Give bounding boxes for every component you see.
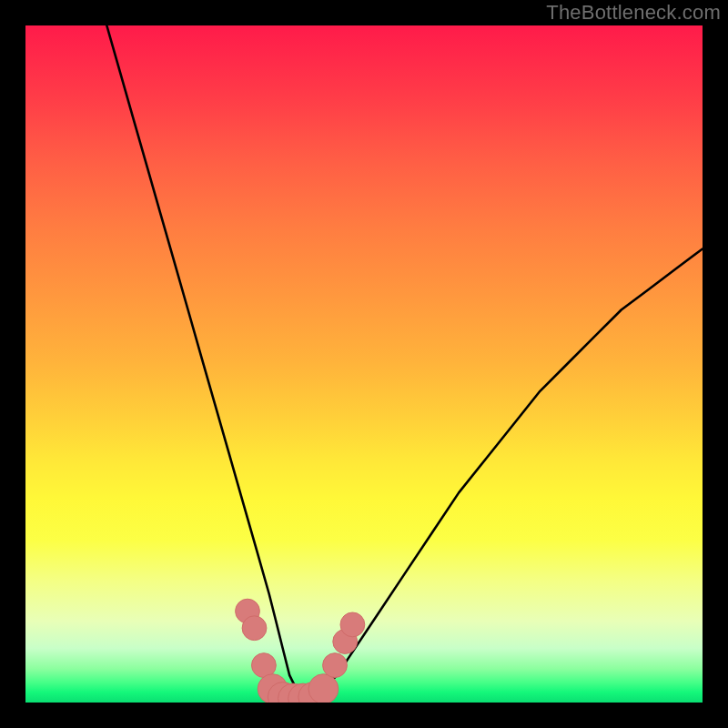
curve-marker [323, 653, 348, 678]
chart-svg [25, 25, 703, 703]
curve-marker [340, 612, 365, 637]
gradient-plot-area [25, 25, 703, 703]
bottleneck-curve-path [106, 25, 703, 696]
curve-markers [236, 599, 365, 703]
curve-marker [242, 616, 267, 641]
image-frame: TheBottleneck.com [0, 0, 728, 728]
watermark-text: TheBottleneck.com [546, 1, 721, 25]
curve-marker [308, 674, 339, 703]
